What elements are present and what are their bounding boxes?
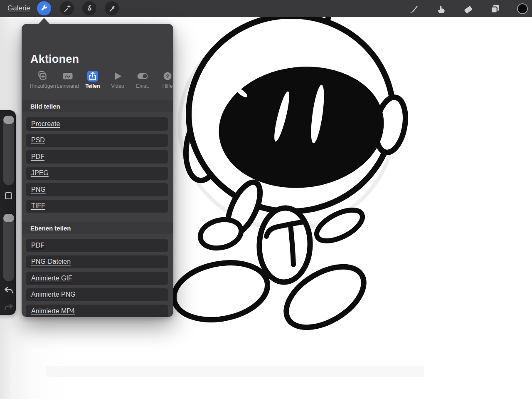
selection-s-icon bbox=[85, 4, 94, 13]
opacity-handle[interactable] bbox=[3, 214, 14, 222]
top-toolbar: Galerie bbox=[0, 0, 532, 17]
eraser-icon bbox=[463, 3, 473, 14]
tab-leinwand[interactable]: Leinwand bbox=[55, 70, 80, 92]
share-option-layers-pdf[interactable]: PDF bbox=[26, 239, 168, 252]
actions-popup: Aktionen Hinzufügen bbox=[22, 24, 173, 317]
modify-button[interactable] bbox=[5, 192, 12, 199]
share-option-tiff[interactable]: TIFF bbox=[26, 200, 168, 213]
redo-button[interactable] bbox=[3, 302, 14, 312]
share-option-animierte-png[interactable]: Animierte PNG bbox=[26, 288, 168, 302]
tab-einstellungen[interactable]: Einst. bbox=[130, 70, 155, 92]
smudge-tool-button[interactable] bbox=[435, 3, 447, 15]
brush-icon bbox=[408, 3, 419, 14]
tab-teilen[interactable]: Teilen bbox=[80, 70, 105, 92]
share-option-png-dateien[interactable]: PNG-Dateien bbox=[26, 255, 168, 269]
help-icon: ? bbox=[162, 70, 173, 82]
sidebar-controls bbox=[0, 110, 16, 315]
magic-wand-icon bbox=[63, 4, 71, 13]
canvas-bottom-edge bbox=[46, 366, 424, 377]
arm-left-hand bbox=[197, 216, 244, 252]
undo-icon bbox=[3, 285, 14, 296]
tab-video[interactable]: Video bbox=[105, 70, 130, 92]
opacity-slider[interactable] bbox=[3, 214, 14, 281]
share-option-pdf[interactable]: PDF bbox=[26, 150, 168, 164]
selection-button[interactable] bbox=[82, 1, 96, 15]
arm-right bbox=[312, 204, 367, 247]
actions-button[interactable] bbox=[37, 1, 51, 15]
tab-hinzufuegen[interactable]: Hinzufügen bbox=[30, 70, 55, 92]
transform-arrow-icon bbox=[108, 4, 116, 13]
transform-button[interactable] bbox=[105, 1, 119, 15]
share-option-jpeg[interactable]: JPEG bbox=[26, 167, 168, 180]
layers-button[interactable] bbox=[489, 3, 501, 15]
erase-tool-button[interactable] bbox=[462, 3, 474, 15]
foot-left bbox=[169, 255, 273, 327]
paint-tool-button[interactable] bbox=[408, 3, 419, 15]
brush-size-handle[interactable] bbox=[3, 116, 14, 124]
redo-icon bbox=[3, 302, 14, 312]
tab-hilfe[interactable]: ? Hilfe bbox=[155, 70, 173, 92]
layers-icon bbox=[490, 3, 500, 14]
brush-size-slider[interactable] bbox=[3, 116, 14, 185]
add-icon bbox=[37, 70, 49, 82]
actions-tabs: Hinzufügen Leinwand bbox=[30, 70, 173, 92]
color-swatch-black bbox=[517, 3, 528, 15]
svg-text:?: ? bbox=[166, 73, 169, 79]
color-button[interactable] bbox=[517, 3, 528, 15]
section-header-bild-teilen: Bild teilen bbox=[22, 100, 173, 112]
popup-caret bbox=[38, 18, 50, 24]
adjustments-button[interactable] bbox=[60, 1, 74, 15]
share-option-animierte-mp4[interactable]: Animierte MP4 bbox=[26, 305, 168, 317]
share-option-animierte-gif[interactable]: Animierte GIF bbox=[26, 272, 168, 285]
play-icon bbox=[112, 70, 123, 82]
wrench-icon bbox=[39, 4, 49, 13]
undo-button[interactable] bbox=[3, 285, 14, 296]
procreate-app: Galerie bbox=[0, 0, 532, 399]
popup-title: Aktionen bbox=[30, 53, 79, 66]
smudge-finger-icon bbox=[436, 3, 446, 14]
share-option-psd[interactable]: PSD bbox=[26, 134, 168, 147]
toggle-icon bbox=[137, 70, 148, 82]
share-option-png[interactable]: PNG bbox=[26, 183, 168, 196]
share-option-procreate[interactable]: Procreate bbox=[26, 117, 168, 131]
share-icon bbox=[87, 70, 99, 82]
body-t-stem bbox=[291, 225, 293, 265]
gallery-link[interactable]: Galerie bbox=[7, 4, 30, 12]
section-header-ebenen-teilen: Ebenen teilen bbox=[22, 222, 173, 234]
body bbox=[258, 207, 311, 283]
canvas-icon bbox=[62, 70, 74, 82]
